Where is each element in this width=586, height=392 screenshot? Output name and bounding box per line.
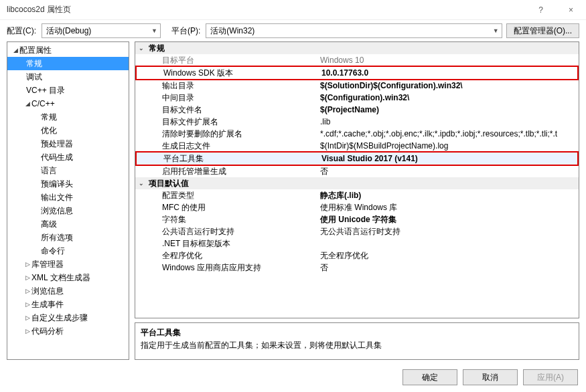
grid-row[interactable]: 配置类型静态库(.lib) — [135, 189, 579, 201]
property-value[interactable]: 使用 Unicode 字符集 — [316, 214, 579, 225]
property-label: 中间目录 — [147, 92, 316, 104]
property-label: 平台工具集 — [149, 153, 317, 165]
grid-row[interactable]: 生成日志文件$(IntDir)$(MSBuildProjectName).log — [135, 140, 579, 152]
window-title: libcocos2d 属性页 — [7, 4, 526, 15]
tree-item[interactable]: 优化 — [7, 124, 129, 137]
property-value[interactable]: 否 — [316, 262, 579, 274]
property-value[interactable]: 否 — [316, 166, 579, 177]
property-value[interactable]: Visual Studio 2017 (v141) — [317, 154, 577, 163]
grid-row[interactable]: Windows SDK 版本10.0.17763.0 — [137, 67, 577, 79]
tree-item[interactable]: 预编译头 — [7, 177, 129, 191]
tree-root[interactable]: ◢配置属性 — [7, 43, 129, 57]
grid-row[interactable]: 字符集使用 Unicode 字符集 — [135, 213, 579, 225]
property-value[interactable]: 无全程序优化 — [316, 250, 579, 262]
tree-item[interactable]: ▷库管理器 — [7, 258, 129, 271]
collapse-icon: ⌄ — [135, 180, 147, 187]
property-value[interactable]: $(IntDir)$(MSBuildProjectName).log — [316, 141, 579, 151]
grid-row[interactable]: 平台工具集Visual Studio 2017 (v141) — [137, 153, 577, 165]
description-panel: 平台工具集 指定用于生成当前配置的工具集；如果未设置，则将使用默认工具集 — [135, 322, 579, 360]
grid-row[interactable]: .NET 目标框架版本 — [135, 237, 579, 250]
tree-item-debug[interactable]: 调试 — [7, 70, 129, 84]
grid-section-header[interactable]: ⌄常规 — [135, 42, 579, 54]
property-value[interactable]: $(SolutionDir)$(Configuration).win32\ — [316, 81, 579, 90]
tree-item[interactable]: ▷XML 文档生成器 — [7, 271, 129, 284]
property-label: Windows SDK 版本 — [149, 68, 317, 79]
grid-row[interactable]: Windows 应用商店应用支持否 — [135, 262, 579, 274]
tree-item[interactable]: 常规 — [7, 110, 129, 124]
tree-item[interactable]: ▷代码分析 — [7, 324, 129, 338]
property-label: 目标平台 — [147, 55, 316, 66]
tree-item[interactable]: ▷浏览信息 — [7, 284, 129, 298]
collapse-icon: ◢ — [11, 47, 19, 54]
property-value[interactable]: $(Configuration).win32\ — [316, 93, 579, 102]
chevron-down-icon: ▼ — [493, 27, 499, 34]
property-label: 启用托管增量生成 — [147, 166, 316, 177]
platform-label: 平台(P): — [171, 25, 200, 37]
cancel-button[interactable]: 取消 — [463, 369, 518, 385]
collapse-icon: ◢ — [23, 100, 31, 107]
expand-icon: ▷ — [23, 328, 31, 334]
grid-row[interactable]: 清除时要删除的扩展名*.cdf;*.cache;*.obj;*.obj.enc;… — [135, 128, 579, 140]
tree-item[interactable]: ▷生成事件 — [7, 298, 129, 311]
config-manager-button[interactable]: 配置管理器(O)... — [506, 23, 579, 38]
grid-row[interactable]: 启用托管增量生成否 — [135, 165, 579, 177]
expand-icon: ▷ — [23, 314, 31, 321]
tree-item[interactable]: 浏览信息 — [7, 204, 129, 217]
config-label: 配置(C): — [7, 25, 36, 37]
property-label: 配置类型 — [147, 190, 316, 201]
property-value[interactable]: 无公共语言运行时支持 — [316, 226, 579, 237]
expand-icon: ▷ — [23, 301, 31, 308]
property-label: .NET 目标框架版本 — [147, 238, 316, 250]
config-value: 活动(Debug) — [46, 25, 147, 37]
grid-row[interactable]: 中间目录$(Configuration).win32\ — [135, 92, 579, 104]
tree-item[interactable]: 输出文件 — [7, 191, 129, 204]
property-label: 公共语言运行时支持 — [147, 226, 316, 237]
description-title: 平台工具集 — [141, 327, 573, 338]
property-value[interactable]: 静态库(.lib) — [316, 190, 579, 201]
platform-value: 活动(Win32) — [210, 25, 488, 37]
ok-button[interactable]: 确定 — [402, 369, 457, 385]
grid-row[interactable]: 全程序优化无全程序优化 — [135, 250, 579, 262]
nav-tree[interactable]: ◢配置属性 常规 调试 VC++ 目录 ◢C/C++ 常规 优化 预处理器 代码… — [7, 41, 129, 360]
property-value[interactable]: Windows 10 — [316, 56, 579, 65]
property-value[interactable]: 10.0.17763.0 — [317, 68, 577, 78]
tree-item-vcdirs[interactable]: VC++ 目录 — [7, 84, 129, 97]
grid-row[interactable]: 目标平台Windows 10 — [135, 54, 579, 66]
grid-section-header[interactable]: ⌄项目默认值 — [135, 177, 579, 189]
tree-item[interactable]: 高级 — [7, 217, 129, 231]
chevron-down-icon: ▼ — [151, 27, 157, 34]
config-dropdown[interactable]: 活动(Debug) ▼ — [42, 23, 161, 38]
description-text: 指定用于生成当前配置的工具集；如果未设置，则将使用默认工具集 — [141, 340, 573, 351]
property-value[interactable]: *.cdf;*.cache;*.obj;*.obj.enc;*.ilk;*.ip… — [316, 129, 579, 138]
apply-button[interactable]: 应用(A) — [523, 369, 578, 385]
dialog-footer: 确定 取消 应用(A) — [402, 369, 578, 385]
grid-row[interactable]: 公共语言运行时支持无公共语言运行时支持 — [135, 225, 579, 237]
property-value[interactable]: .lib — [316, 117, 579, 126]
tree-item-cpp[interactable]: ◢C/C++ — [7, 97, 129, 110]
help-icon[interactable]: ? — [526, 0, 556, 20]
property-label: Windows 应用商店应用支持 — [147, 262, 316, 274]
property-grid[interactable]: ⌄常规目标平台Windows 10Windows SDK 版本10.0.1776… — [135, 41, 579, 318]
property-label: MFC 的使用 — [147, 202, 316, 213]
tree-item[interactable]: ▷自定义生成步骤 — [7, 311, 129, 324]
tree-item[interactable]: 命令行 — [7, 244, 129, 258]
property-label: 目标文件名 — [147, 104, 316, 116]
platform-dropdown[interactable]: 活动(Win32) ▼ — [206, 23, 502, 38]
property-label: 生成日志文件 — [147, 140, 316, 152]
tree-item-general[interactable]: 常规 — [7, 57, 129, 70]
grid-row[interactable]: 目标文件名$(ProjectName) — [135, 104, 579, 116]
close-icon[interactable]: × — [556, 0, 586, 20]
grid-row[interactable]: MFC 的使用使用标准 Windows 库 — [135, 201, 579, 213]
tree-item[interactable]: 语言 — [7, 164, 129, 177]
property-label: 输出目录 — [147, 80, 316, 92]
property-value[interactable]: $(ProjectName) — [316, 105, 579, 114]
grid-row[interactable]: 输出目录$(SolutionDir)$(Configuration).win32… — [135, 80, 579, 92]
expand-icon: ▷ — [23, 261, 31, 268]
property-label: 目标文件扩展名 — [147, 116, 316, 128]
property-value[interactable]: 使用标准 Windows 库 — [316, 202, 579, 213]
tree-item[interactable]: 所有选项 — [7, 231, 129, 244]
grid-row[interactable]: 目标文件扩展名.lib — [135, 116, 579, 128]
tree-item[interactable]: 代码生成 — [7, 151, 129, 164]
property-label: 清除时要删除的扩展名 — [147, 128, 316, 140]
tree-item[interactable]: 预处理器 — [7, 137, 129, 151]
